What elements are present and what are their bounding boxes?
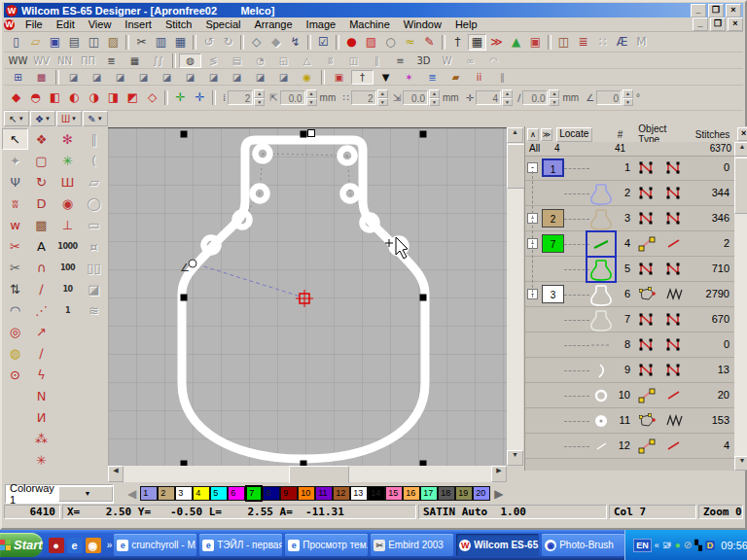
fill-bucket-tool-button[interactable]: ◍ [2,342,28,364]
color-group-chip[interactable]: 2 [542,209,564,228]
col-spacing-spinner[interactable]: ▲▼ [429,89,440,106]
title-bar[interactable]: W Wilcom ES-65 Designer - [Apronfree02 M… [4,3,743,18]
eyelet-tool-button[interactable]: ◉ [54,192,81,214]
scroll-up-button[interactable]: ▲ [507,127,523,143]
menu-special[interactable]: Special [198,18,247,31]
panel-scroll-up-button[interactable]: ▲ [734,142,747,157]
wreath-points-spin-up[interactable]: ▲ [502,89,513,98]
restore-button[interactable]: ❐ [708,4,724,18]
menu-view[interactable]: View [82,18,119,31]
line-digitize-tool-button[interactable]: ∕ [28,278,54,299]
fill-hollow-button[interactable]: ◍ [179,53,201,68]
rows-count-spinner[interactable]: ▲▼ [254,89,265,106]
stitch-angle-3-button[interactable]: ◪ [109,70,131,85]
panel-scroll-thumb[interactable] [734,158,747,214]
object-thumbnail[interactable] [587,283,615,306]
palette-color-2[interactable]: 2 [158,486,175,501]
overlap-remove-button[interactable]: ◆ [7,89,25,106]
design-canvas[interactable]: ∠ [108,127,507,467]
menu-edit[interactable]: Edit [50,18,82,31]
document-system-icon[interactable]: W [4,19,15,30]
menu-image[interactable]: Image [300,18,343,31]
color-group-chip[interactable]: 3 [542,285,564,303]
cols-count-spin-down[interactable]: ▼ [377,98,388,107]
cols-count-spin-up[interactable]: ▲ [377,89,388,98]
mirror-h-button[interactable]: ✛ [171,89,190,106]
rotate-angle-spin-down[interactable]: ▼ [622,98,633,107]
menu-window[interactable]: Window [397,18,448,31]
run-digitize-tool-button[interactable]: ⋰ [28,299,54,321]
scroll-right-button[interactable]: ▶ [491,466,507,482]
quicklaunch-app-icon[interactable]: ● [49,538,64,553]
vertical-scroll-thumb[interactable] [507,144,525,189]
wreath-points-field[interactable]: 4 [476,90,501,105]
satin-stitch-button[interactable]: WW [7,53,29,68]
mdi-close-button[interactable]: × [728,18,743,31]
bitmap-frame-button[interactable]: ◫ [554,34,573,51]
object-thumbnail[interactable] [587,308,615,332]
reshape-views-button[interactable]: ◇ [247,34,266,51]
stitch-angle-6-button[interactable]: ◪ [179,70,201,85]
quicklaunch-overflow-icon[interactable]: » [107,540,113,550]
shape-subtract-button[interactable]: ◓ [26,89,45,106]
task-button-wilcom[interactable]: WWilcom ES-65... [456,534,539,556]
manual-stitch-tool-button[interactable]: ∕ [28,342,54,364]
applique-tool-button[interactable]: ▩ [28,214,54,235]
task-button-photobrush[interactable]: ◉Photo-Brush [542,534,624,556]
team-design-button[interactable]: ii [468,70,490,85]
object-row-8[interactable]: 80 [525,332,734,358]
zoom-10-tool-button[interactable]: 10 [54,278,81,299]
palette-color-19[interactable]: 19 [455,486,473,501]
object-row-12[interactable]: 124 [525,434,734,459]
rotate-angle-field[interactable]: 0 [596,90,622,105]
palette-color-16[interactable]: 16 [403,486,420,501]
palette-scroll-left-icon[interactable]: ◀ [127,487,136,501]
color-group-chip[interactable]: 1 [542,158,564,177]
shape-trim-button[interactable]: ◐ [65,89,84,106]
selection-handle[interactable] [181,295,188,301]
flower-effect-button[interactable]: ✶ [398,70,420,85]
rotation-handle[interactable] [308,130,315,137]
jump-n-tool-button[interactable]: И [28,406,54,428]
minimize-button[interactable]: _ [691,4,706,18]
rows-count-spin-down[interactable]: ▼ [254,98,265,107]
color-list-button[interactable]: ≣ [421,70,444,85]
col-spacing-spin-down[interactable]: ▼ [429,98,440,107]
stitch-angle-10-button[interactable]: ◪ [272,70,295,85]
object-thumbnail[interactable] [587,384,615,407]
object-thumbnail[interactable] [587,258,615,281]
zigzag-run-tool-button[interactable]: ϟ [28,364,54,385]
zoom-100-tool-button[interactable]: 100 [54,257,81,278]
canvas-svg[interactable]: ∠ [108,128,507,467]
stitch-view-button[interactable]: ≫ [487,34,506,51]
tatami-fill-button[interactable]: ▨ [362,34,380,51]
download-manager-icon[interactable]: D [705,541,716,550]
chevron-down-icon[interactable]: ▼ [58,486,113,502]
letter-reshape-tool-button[interactable]: D [28,192,54,214]
print-preview-button[interactable]: ◫ [85,34,103,51]
weave-stitch-button[interactable]: ▦ [124,53,146,68]
paste-button[interactable]: ▦ [171,34,190,51]
mdi-minimize-button[interactable]: _ [693,18,708,31]
palette-color-9[interactable]: 9 [280,486,298,501]
stitch-edit-button[interactable]: ↯ [286,34,304,51]
print-button[interactable]: ▤ [65,34,84,51]
panel-scroll-down-button[interactable]: ▼ [734,456,747,471]
new-design-button[interactable]: ▯ [7,34,25,51]
branch-tool-button[interactable]: ⊞ [7,70,29,85]
object-row-7[interactable]: 7670 [525,307,734,332]
palette-color-7[interactable]: 7 [245,485,263,502]
palette-color-11[interactable]: 11 [315,486,333,501]
stitch-angle-5-button[interactable]: ◪ [156,70,178,85]
object-row-11[interactable]: 11153 [525,408,734,434]
digitize-tool-dropdown[interactable]: ✎▼ [83,111,108,126]
row-spacing-spin-down[interactable]: ▼ [306,98,317,107]
run-n-tool-button[interactable]: N [28,385,54,406]
object-row-6[interactable]: -362790 [525,282,734,307]
letter-w-tool-button[interactable]: w [2,214,28,235]
selection-handle[interactable] [420,295,427,301]
object-thumbnail[interactable] [587,182,615,205]
collapse-all-button[interactable]: ∧ [527,128,539,141]
shape-divide-button[interactable]: ◑ [85,89,103,106]
palette-color-17[interactable]: 17 [420,486,438,501]
